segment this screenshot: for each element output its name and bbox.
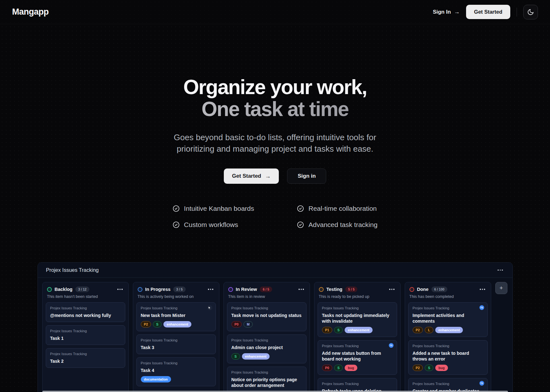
task-card[interactable]: Projex Issues Tracking Task move is not … — [227, 302, 306, 331]
card-project: Projex Issues Tracking — [141, 338, 211, 342]
feature-item: Real-time collaboration — [297, 205, 377, 212]
card-title: @mentions not working fully — [50, 313, 121, 318]
board-body: Backlog 3 / 12 This item hasn't been sta… — [38, 278, 512, 392]
column-description: This item hasn't been started — [43, 292, 128, 302]
task-card[interactable]: Projex Issues Tracking Task 1 — [46, 325, 125, 345]
card-badges: Senhancement — [231, 353, 302, 360]
card-title: Implement activities and comments — [413, 313, 483, 324]
task-card[interactable]: Projex Issues Tracking New task from Mis… — [136, 302, 216, 331]
column-menu-button[interactable] — [478, 287, 486, 291]
column-name: Backlog — [55, 287, 72, 292]
task-card[interactable]: Projex Issues Tracking @mentions not wor… — [46, 302, 125, 322]
badge-enhancement: enhancement — [242, 353, 270, 360]
card-title: Task 1 — [50, 335, 121, 341]
check-circle-icon — [173, 205, 180, 212]
navbar-divider — [517, 8, 517, 17]
badge-p2: P2 — [413, 327, 423, 333]
column-count-badge: 6 / 100 — [431, 286, 447, 292]
badge-enhancement: enhancement — [163, 321, 191, 327]
card-project: Projex Issues Tracking — [413, 344, 483, 348]
get-started-button[interactable]: Get Started — [466, 5, 510, 19]
check-circle-icon — [297, 205, 304, 212]
badge-bug: bug — [345, 365, 357, 371]
card-project: Projex Issues Tracking — [50, 329, 121, 333]
card-title: Tasks not updating immediately with inva… — [322, 313, 393, 324]
column-menu-button[interactable] — [388, 287, 396, 291]
column-name: In Progress — [145, 287, 171, 292]
badge-documentation: documentation — [141, 376, 171, 382]
board-menu-button[interactable] — [496, 268, 504, 272]
column-description: This has been completed — [405, 292, 491, 302]
task-card[interactable]: Projex Issues Tracking Task 2 — [46, 348, 125, 368]
badge-p0: P0 — [322, 365, 333, 371]
column-cards: Projex Issues Tracking Tasks not updatin… — [314, 302, 400, 392]
badge-p2: P2 — [413, 365, 423, 371]
sign-in-label: Sign In — [433, 9, 451, 15]
assignee-avatar: TS — [389, 343, 394, 348]
column-menu-button[interactable] — [297, 287, 305, 291]
task-card[interactable]: Projex Issues Tracking Admin can close p… — [227, 334, 306, 363]
column-status-icon — [138, 287, 142, 292]
hero-section: Organize your work, One task at time Goe… — [0, 24, 550, 229]
card-project: Projex Issues Tracking — [231, 338, 302, 342]
task-card[interactable]: Projex Issues Tracking Task 4 documentat… — [136, 357, 216, 386]
navbar: Mangapp Sign In → Get Started — [0, 0, 550, 24]
card-title: Add new status button from board not wor… — [322, 350, 393, 362]
board-columns: Backlog 3 / 12 This item hasn't been sta… — [42, 282, 491, 392]
card-project: Projex Issues Tracking — [413, 382, 483, 386]
kanban-board: Projex Issues Tracking Backlog 3 / 12 Th… — [38, 262, 513, 392]
feature-item: Intuitive Kanban boards — [173, 205, 254, 212]
badge-p0: P0 — [231, 321, 242, 327]
card-badges: P0M — [231, 321, 302, 327]
feature-item: Custom workflows — [173, 221, 254, 229]
card-badges: P2Sbug — [413, 365, 483, 371]
badge-s: S — [334, 327, 343, 333]
hero-subtitle-line2: prioritizing and managing project and ta… — [177, 144, 374, 154]
task-card[interactable]: Projex Issues Tracking Tasks not updatin… — [318, 302, 397, 337]
hero-get-started-button[interactable]: Get Started → — [224, 168, 279, 184]
task-card[interactable]: Projex Issues Tracking Creator and membe… — [408, 378, 488, 392]
task-card[interactable]: Projex Issues Tracking Refresh tasks upo… — [318, 378, 397, 392]
feature-list: Intuitive Kanban boards Real-time collab… — [0, 205, 550, 229]
app-logo: Mangapp — [12, 7, 49, 17]
hero-sign-in-button[interactable]: Sign in — [287, 168, 326, 184]
task-card[interactable]: Projex Issues Tracking Notice on priorit… — [227, 367, 306, 392]
sign-in-link[interactable]: Sign In → — [433, 9, 460, 15]
collab-cursor-icon — [207, 305, 212, 310]
task-card[interactable]: Projex Issues Tracking Implement activit… — [408, 302, 488, 337]
card-project: Projex Issues Tracking — [322, 344, 393, 348]
horizontal-scrollbar[interactable] — [42, 391, 508, 392]
column-status-icon — [409, 287, 414, 292]
feature-item: Advanced task tracking — [297, 221, 377, 229]
theme-toggle-button[interactable] — [523, 5, 538, 19]
task-card[interactable]: Projex Issues Tracking Added a new task … — [408, 340, 488, 375]
feature-label: Custom workflows — [184, 221, 238, 229]
kanban-column: In Progress 3 / 5 This is actively being… — [133, 282, 219, 392]
badge-s: S — [153, 321, 162, 327]
arrow-right-icon: → — [265, 173, 271, 180]
task-card[interactable]: Projex Issues Tracking Add new status bu… — [318, 340, 397, 375]
column-header: Done 6 / 100 — [405, 282, 491, 292]
column-status-icon — [47, 287, 52, 292]
kanban-column: Done 6 / 100 This has been completed Pro… — [405, 282, 491, 392]
badge-s: S — [231, 353, 240, 360]
hero-get-started-label: Get Started — [232, 173, 261, 179]
card-title: Task 3 — [141, 345, 211, 350]
card-title: Task 4 — [141, 368, 211, 373]
kanban-column: Testing 5 / 5 This is ready to be picked… — [314, 282, 401, 392]
column-name: Done — [417, 287, 429, 292]
column-count-badge: 3 / 12 — [75, 286, 89, 292]
feature-label: Advanced task tracking — [308, 221, 377, 229]
column-count-badge: 5 / 5 — [345, 286, 357, 292]
add-column-button[interactable]: + — [495, 282, 507, 294]
column-menu-button[interactable] — [207, 287, 215, 291]
badge-l: L — [425, 327, 433, 333]
badge-p1: P1 — [322, 327, 333, 333]
column-status-icon — [228, 287, 233, 292]
task-card[interactable]: Projex Issues Tracking Task 3 — [136, 334, 216, 354]
column-count-badge: 6 / 5 — [260, 286, 272, 292]
column-header: In Progress 3 / 5 — [133, 282, 219, 292]
column-header: In Review 6 / 5 — [224, 282, 310, 292]
badge-bug: bug — [435, 365, 448, 371]
column-menu-button[interactable] — [116, 287, 124, 291]
